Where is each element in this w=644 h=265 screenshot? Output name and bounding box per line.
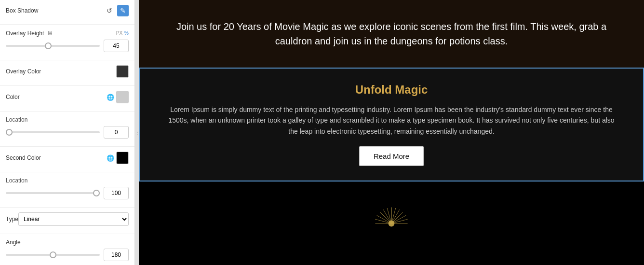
second-color-label: Second Color xyxy=(6,154,41,161)
overlay-height-label: Overlay Height xyxy=(6,30,44,37)
resize-dots: ⋮ xyxy=(135,130,139,135)
overlay-color-swatch[interactable] xyxy=(116,65,129,78)
box-shadow-section: Box Shadow ↺ ✎ xyxy=(0,0,134,25)
overlay-height-input[interactable]: 45 xyxy=(104,40,129,52)
location2-slider[interactable] xyxy=(6,192,100,194)
location2-label: Location xyxy=(6,177,27,184)
right-content: Join us for 20 Years of Movie Magic as w… xyxy=(139,0,644,265)
overlay-height-slider[interactable] xyxy=(6,45,100,47)
overlay-height-slider-row: 45 xyxy=(6,40,129,52)
color-section: Color 🌐 xyxy=(0,86,134,112)
second-globe-icon[interactable]: 🌐 xyxy=(107,154,114,162)
left-panel: Box Shadow ↺ ✎ Overlay Height 🖥 PX % 45 xyxy=(0,0,135,265)
overlay-color-section: Overlay Color xyxy=(0,60,134,86)
color-swatch[interactable] xyxy=(116,91,129,103)
color-label: Color xyxy=(6,94,20,100)
reset-icon[interactable]: ↺ xyxy=(104,5,115,16)
angle-slider-row: 180 xyxy=(6,249,129,261)
location1-slider[interactable] xyxy=(6,131,100,133)
overlay-title: Unfold Magic xyxy=(164,83,619,97)
type-label: Type xyxy=(6,216,18,223)
overlay-color-label: Overlay Color xyxy=(6,68,41,75)
angle-label: Angle xyxy=(6,239,21,246)
location2-slider-row: 100 xyxy=(6,187,129,199)
hero-text: Join us for 20 Years of Movie Magic as w… xyxy=(168,19,615,48)
resize-handle[interactable]: ⋮ xyxy=(135,0,139,265)
starburst-icon xyxy=(372,204,411,243)
unit-row: PX % xyxy=(116,30,129,36)
location2-input[interactable]: 100 xyxy=(104,187,129,199)
px-unit: PX xyxy=(116,30,122,36)
percent-toggle[interactable]: % xyxy=(124,30,129,36)
bottom-dark-section xyxy=(139,181,644,265)
globe-icon[interactable]: 🌐 xyxy=(107,94,114,101)
edit-icon[interactable]: ✎ xyxy=(117,5,129,16)
location1-section: Location 0 xyxy=(0,112,134,147)
second-color-icons: 🌐 xyxy=(107,152,129,164)
second-color-swatch[interactable] xyxy=(116,152,129,164)
read-more-button[interactable]: Read More xyxy=(359,146,424,166)
location1-input[interactable]: 0 xyxy=(104,126,129,139)
angle-slider[interactable] xyxy=(6,254,100,256)
location1-label: Location xyxy=(6,116,27,123)
overlay-body: Lorem Ipsum is simply dummy text of the … xyxy=(164,104,619,137)
location2-section: Location 100 xyxy=(0,172,134,208)
box-shadow-label: Box Shadow xyxy=(6,7,38,14)
location1-slider-row: 0 xyxy=(6,126,129,139)
color-icons: 🌐 xyxy=(107,91,129,103)
angle-input[interactable]: 180 xyxy=(104,249,129,261)
type-select[interactable]: Linear Radial xyxy=(18,212,129,226)
box-shadow-icons: ↺ ✎ xyxy=(104,5,129,16)
monitor-icon: 🖥 xyxy=(47,29,53,37)
type-section: Type Linear Radial xyxy=(0,208,134,234)
overlay-card: Unfold Magic Lorem Ipsum is simply dummy… xyxy=(139,68,644,181)
overlay-height-section: Overlay Height 🖥 PX % 45 xyxy=(0,25,134,60)
angle-section: Angle 180 xyxy=(0,234,134,265)
hero-section: Join us for 20 Years of Movie Magic as w… xyxy=(139,0,644,68)
second-color-section: Second Color 🌐 xyxy=(0,147,134,172)
